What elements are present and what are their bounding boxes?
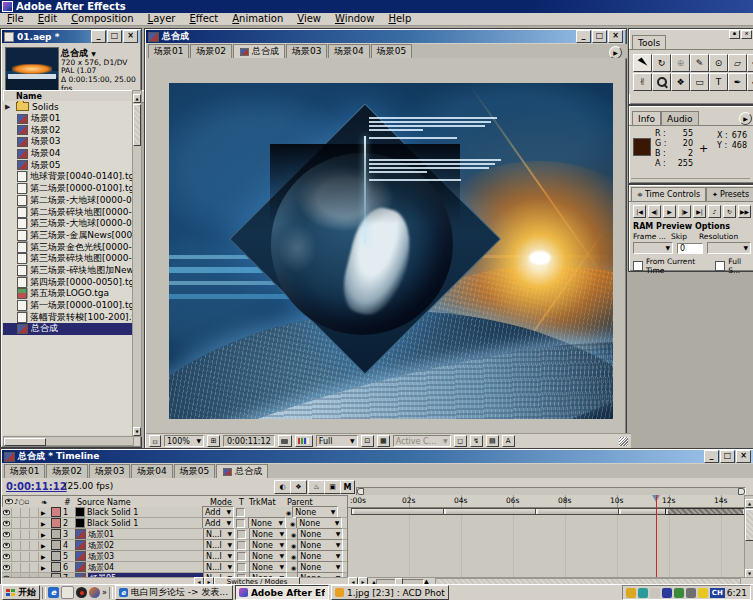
audio-switch[interactable] bbox=[12, 563, 21, 572]
comp-titlebar[interactable]: 总合成 _ □ × bbox=[146, 30, 625, 43]
label-color-chip[interactable] bbox=[51, 562, 61, 572]
menu-view[interactable]: View bbox=[290, 13, 328, 25]
task-button[interactable]: 1.jpg [2:3] : ACD Photo E... bbox=[331, 585, 449, 600]
start-button[interactable]: 开始 bbox=[2, 585, 40, 600]
label-color-chip[interactable] bbox=[51, 518, 61, 528]
rect-mask-tool[interactable]: ▭ bbox=[690, 73, 709, 91]
brush-tool[interactable]: ✎ bbox=[690, 54, 709, 72]
project-item[interactable]: 第二场景-大地球[0000-0100].tga bbox=[3, 195, 132, 207]
layer-row[interactable]: ▶6场景04N...l▼None▼◉None▼ bbox=[2, 562, 347, 573]
language-indicator[interactable]: CH bbox=[710, 588, 725, 598]
type-tool[interactable]: T bbox=[709, 73, 728, 91]
layer-duration-bar[interactable] bbox=[665, 508, 744, 515]
timeline-tab-场景03[interactable]: 场景03 bbox=[89, 464, 130, 478]
previous-frame-button[interactable]: ◀| bbox=[648, 205, 661, 218]
t-checkbox[interactable] bbox=[237, 552, 246, 561]
lock-switch[interactable] bbox=[30, 563, 39, 572]
close-button[interactable]: × bbox=[736, 450, 751, 463]
selection-tool[interactable] bbox=[633, 54, 652, 72]
menu-layer[interactable]: Layer bbox=[141, 13, 183, 25]
comp-tab-场景04[interactable]: 场景04 bbox=[328, 44, 369, 58]
menu-animation[interactable]: Animation bbox=[225, 13, 290, 25]
project-item[interactable]: 场景03 bbox=[3, 136, 132, 148]
parent-pickwhip-icon[interactable]: ◉ bbox=[286, 509, 291, 516]
comp-tab-总合成[interactable]: 总合成 bbox=[233, 44, 285, 58]
comp-tab-场景05[interactable]: 场景05 bbox=[371, 44, 412, 58]
next-frame-button[interactable]: |▶ bbox=[678, 205, 691, 218]
maximize-button[interactable]: □ bbox=[720, 450, 735, 463]
show-channel-button[interactable] bbox=[295, 435, 313, 447]
full-screen-checkbox[interactable] bbox=[715, 261, 725, 271]
menu-help[interactable]: Help bbox=[381, 13, 418, 25]
menu-window[interactable]: Window bbox=[328, 13, 381, 25]
layer-name[interactable]: Black Solid 1 bbox=[87, 508, 202, 517]
lock-switch[interactable] bbox=[30, 530, 39, 539]
rotation-tool[interactable]: ↻ bbox=[652, 54, 671, 72]
label-color-chip[interactable] bbox=[51, 551, 61, 561]
audio-switch[interactable] bbox=[12, 530, 21, 539]
video-switch[interactable] bbox=[2, 508, 12, 517]
timeline-tab-场景04[interactable]: 场景04 bbox=[131, 464, 172, 478]
skip-input[interactable]: 0 bbox=[677, 243, 703, 254]
ram-preview-button[interactable]: ▶▶ bbox=[738, 205, 751, 218]
layer-expander[interactable]: ▶ bbox=[39, 531, 51, 538]
timeline-tab-总合成[interactable]: 总合成 bbox=[216, 464, 268, 478]
project-item[interactable]: 第三场景-碎块地图加News[].tga bbox=[3, 265, 132, 277]
solo-switch[interactable] bbox=[21, 541, 30, 550]
tab-info[interactable]: Info bbox=[632, 111, 661, 125]
loop-button[interactable]: ↻ bbox=[723, 205, 736, 218]
layer-row[interactable]: ▶3场景01N...l▼None▼◉None▼ bbox=[2, 529, 347, 540]
layer-row[interactable]: ▶1Black Solid 1Add▼◉None▼ bbox=[2, 507, 347, 518]
orbit-camera-tool[interactable]: ⊕ bbox=[671, 54, 690, 72]
frame-blend-button[interactable]: ❖ bbox=[290, 480, 307, 494]
tab-audio[interactable]: Audio bbox=[661, 111, 699, 125]
close-button[interactable]: × bbox=[123, 30, 138, 43]
project-item[interactable]: 总合成 bbox=[3, 323, 132, 335]
project-item[interactable]: 第二场景碎块地图[0000-0100].tga bbox=[3, 206, 132, 218]
layer-row[interactable]: ▶4场景02N...l▼None▼◉None▼ bbox=[2, 540, 347, 551]
tray-icon-7[interactable] bbox=[698, 588, 708, 598]
from-current-time-checkbox[interactable] bbox=[633, 261, 643, 271]
audio-switch[interactable] bbox=[12, 552, 21, 561]
timeline-vscrollbar[interactable]: ▲ ▼ bbox=[744, 495, 753, 579]
project-item[interactable]: ▶Solids bbox=[3, 101, 132, 113]
project-titlebar[interactable]: 01.aep * _ □ × bbox=[2, 30, 140, 43]
project-item[interactable]: 场景01 bbox=[3, 113, 132, 125]
minimize-button[interactable]: _ bbox=[704, 450, 719, 463]
quicklaunch-mail-icon[interactable] bbox=[61, 586, 74, 599]
maximize-button[interactable]: □ bbox=[592, 30, 607, 43]
timeline-button[interactable]: ▤ bbox=[486, 435, 499, 447]
camera-axis-button[interactable]: ◇ bbox=[747, 73, 753, 91]
tray-icon-2[interactable] bbox=[638, 588, 648, 598]
close-button[interactable]: × bbox=[741, 30, 752, 39]
task-button[interactable]: e电白同乡论坛 -> 发表... bbox=[115, 585, 233, 600]
comp-tab-场景01[interactable]: 场景01 bbox=[148, 44, 189, 58]
solo-switch[interactable] bbox=[21, 563, 30, 572]
layer-name[interactable]: 场景03 bbox=[88, 551, 203, 562]
magnification-select[interactable]: 100%▼ bbox=[164, 435, 204, 447]
safe-areas-button[interactable]: ⊞ bbox=[207, 435, 220, 447]
t-checkbox[interactable] bbox=[237, 530, 246, 539]
audio-switch[interactable] bbox=[12, 519, 21, 528]
lock-switch[interactable] bbox=[30, 541, 39, 550]
layer-expander[interactable]: ▶ bbox=[39, 520, 51, 527]
audio-switch[interactable] bbox=[12, 508, 21, 517]
tray-icon-5[interactable] bbox=[674, 588, 684, 598]
region-of-interest-button[interactable]: ⊡ bbox=[361, 435, 374, 447]
always-preview-button[interactable]: ⊡ bbox=[149, 435, 161, 447]
pan-behind-tool[interactable]: ❖ bbox=[671, 73, 690, 91]
layer-row[interactable]: ▶2Black Solid 1Add▼None▼◉None▼ bbox=[2, 518, 347, 529]
fast-preview-button[interactable]: ↯ bbox=[470, 435, 483, 447]
frame-rate-select[interactable]: ▼ bbox=[633, 242, 673, 254]
project-item[interactable]: 落幅背景转梭[100-200].tga bbox=[3, 311, 132, 323]
task-button[interactable]: Adobe After Effects bbox=[235, 585, 329, 600]
palette-collapse-button[interactable]: ▪ bbox=[729, 30, 740, 39]
project-item[interactable]: 第二场景[0000-0100].tga bbox=[3, 183, 132, 195]
video-switch[interactable] bbox=[2, 530, 12, 539]
quicklaunch-qq-icon[interactable] bbox=[76, 587, 87, 598]
audio-switch[interactable] bbox=[12, 541, 21, 550]
comp-flowchart-button[interactable]: A bbox=[502, 435, 515, 447]
maximize-button[interactable]: □ bbox=[107, 30, 122, 43]
layer-row[interactable]: ▶5场景03N...l▼None▼◉None▼ bbox=[2, 551, 347, 562]
parent-pickwhip-icon[interactable]: ◉ bbox=[290, 520, 295, 527]
